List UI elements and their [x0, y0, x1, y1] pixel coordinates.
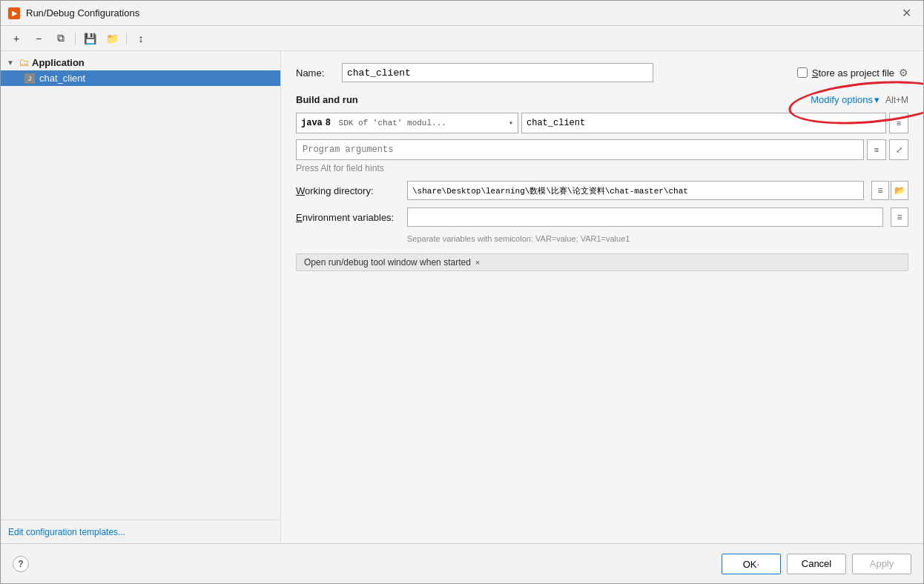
ok-label: OK [743, 559, 757, 570]
env-vars-hint: Separate variables with semicolon: VAR=v… [407, 234, 908, 243]
copy-config-button[interactable]: ⧉ [51, 30, 70, 47]
tree-expand-arrow: ▼ [7, 59, 16, 67]
left-panel: ▼ 🗂 Application J chat_client Edit confi… [1, 51, 281, 543]
browse-icon: 📂 [894, 185, 905, 196]
cancel-label: Cancel [802, 558, 831, 569]
apply-button[interactable]: Apply [852, 554, 911, 574]
toolbar: + − ⧉ 💾 📁 ↕ [1, 26, 923, 51]
cancel-button[interactable]: Cancel [787, 554, 846, 574]
toolbar-separator-1 [75, 32, 76, 45]
name-label: Name: [296, 67, 333, 79]
run-debug-dialog: ▶ Run/Debug Configurations ✕ + − ⧉ 💾 📁 ↕ [0, 0, 924, 584]
folder-icon: 📁 [106, 33, 119, 44]
fullscreen-icon: ⤢ [896, 145, 902, 155]
open-folder-button[interactable]: 📁 [102, 30, 122, 47]
main-class-input[interactable] [521, 113, 886, 133]
save-config-button[interactable]: 💾 [80, 30, 99, 47]
copy-icon: ⧉ [57, 32, 65, 44]
bottom-right: OK· Cancel Apply [722, 554, 911, 574]
env-vars-row: Environment variables: ≡ [296, 208, 908, 227]
sdk-suffix-label: SDK of 'chat' modul... [334, 119, 446, 127]
title-bar: ▶ Run/Debug Configurations ✕ [1, 1, 923, 26]
main-class-expand-button[interactable]: ≡ [889, 113, 908, 133]
working-dir-label: Working directory: [296, 185, 400, 196]
bottom-bar: ? OK· Cancel Apply [1, 543, 923, 583]
ok-button[interactable]: OK· [722, 554, 781, 574]
dialog-icon: ▶ [8, 7, 20, 19]
edit-templates-link[interactable]: Edit configuration templates... [8, 527, 125, 537]
program-args-expand-button[interactable]: ≡ [867, 139, 886, 160]
sdk-java-label: java [301, 118, 323, 128]
build-run-section-header: Build and run Modify options ▾ Alt+M [296, 94, 908, 105]
env-vars-input[interactable] [407, 208, 883, 227]
working-dir-input[interactable] [407, 181, 864, 200]
chevron-down-icon: ▾ [874, 94, 880, 105]
sdk-dropdown[interactable]: java 8 SDK of 'chat' modul... ▾ [296, 113, 518, 133]
program-args-input[interactable] [296, 139, 864, 160]
help-button[interactable]: ? [13, 556, 29, 572]
left-footer: Edit configuration templates... [1, 520, 280, 543]
right-panel: Name: Store as project file ⚙ Build and … [281, 51, 923, 543]
folder-icon: 🗂 [19, 56, 29, 68]
config-item-icon: J [24, 73, 35, 84]
sdk-version-label: 8 [326, 118, 331, 128]
name-left: Name: [296, 63, 653, 82]
working-directory-row: Working directory: ≡ 📂 [296, 181, 908, 200]
dialog-title: Run/Debug Configurations [26, 7, 139, 19]
tree-item-chat-client[interactable]: J chat_client [1, 70, 280, 86]
store-project-label[interactable]: Store as project file [812, 67, 894, 79]
hint-text: Press Alt for field hints [296, 163, 908, 173]
bottom-left: ? [13, 556, 29, 572]
help-icon: ? [18, 559, 23, 569]
save-icon: 💾 [84, 33, 96, 44]
store-project-checkbox[interactable] [797, 67, 808, 78]
tree-group-application[interactable]: ▼ 🗂 Application [1, 54, 280, 70]
ok-dot: · [756, 558, 759, 570]
title-bar-left: ▶ Run/Debug Configurations [8, 7, 139, 19]
apply-label: Apply [870, 558, 894, 569]
close-button[interactable]: ✕ [897, 4, 916, 21]
name-row: Name: Store as project file ⚙ [296, 63, 908, 82]
working-dir-edit-button[interactable]: ≡ [871, 181, 889, 200]
working-dir-browse-button[interactable]: 📂 [891, 181, 908, 200]
remove-config-button[interactable]: − [29, 30, 48, 47]
tree-item-label: chat_client [39, 73, 85, 84]
name-input[interactable] [342, 63, 653, 82]
env-vars-actions: ≡ [891, 208, 908, 227]
sort-icon: ↕ [139, 33, 144, 44]
config-tree: ▼ 🗂 Application J chat_client [1, 51, 280, 520]
env-vars-edit-button[interactable]: ≡ [891, 208, 908, 227]
modify-options-button[interactable]: Modify options ▾ [811, 94, 880, 105]
expand-icon-2: ≡ [874, 145, 879, 154]
open-tool-tag: Open run/debug tool window when started … [296, 253, 908, 271]
store-project-gear-icon[interactable]: ⚙ [899, 67, 908, 79]
edit-icon-2: ≡ [897, 212, 902, 222]
tag-close-button[interactable]: × [475, 258, 480, 267]
edit-icon: ≡ [877, 185, 882, 196]
main-content: ▼ 🗂 Application J chat_client Edit confi… [1, 51, 923, 543]
open-tool-label: Open run/debug tool window when started [304, 257, 471, 268]
expand-icon: ≡ [897, 119, 901, 127]
sdk-main-class-row: java 8 SDK of 'chat' modul... ▾ ≡ [296, 113, 908, 133]
toolbar-separator-2 [126, 32, 127, 45]
env-vars-label: Environment variables: [296, 212, 400, 223]
working-dir-actions: ≡ 📂 [871, 181, 908, 200]
program-args-fullscreen-button[interactable]: ⤢ [889, 139, 908, 160]
store-project-option: Store as project file ⚙ [797, 67, 908, 79]
tree-group-label: Application [32, 57, 85, 68]
modify-options-shortcut: Alt+M [885, 95, 908, 105]
sort-button[interactable]: ↕ [131, 30, 151, 47]
sdk-dropdown-arrow-icon: ▾ [509, 119, 513, 127]
modify-options-area: Modify options ▾ Alt+M [811, 94, 908, 105]
modify-options-label: Modify options [811, 94, 873, 105]
section-title: Build and run [296, 94, 358, 105]
add-config-button[interactable]: + [7, 30, 26, 47]
program-args-row: ≡ ⤢ [296, 139, 908, 160]
